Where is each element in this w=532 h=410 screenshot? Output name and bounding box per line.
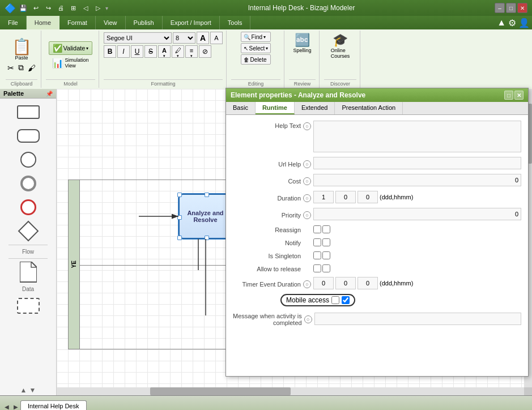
font-color-button[interactable]: A ▾ — [158, 45, 171, 58]
tab-export-import[interactable]: Export / Import — [163, 16, 220, 29]
bottom-tab-internal-help-desk[interactable]: Internal Help Desk — [20, 400, 87, 410]
palette-pin-icon[interactable]: 📌 — [46, 91, 53, 97]
palette-item-rectangle[interactable] — [14, 102, 42, 122]
timer-hours[interactable] — [335, 277, 356, 289]
online-courses-button[interactable]: 🎓 OnlineCourses — [329, 32, 352, 60]
find-dropdown-icon[interactable]: ▾ — [263, 35, 266, 40]
props-tab-basic[interactable]: Basic — [226, 102, 256, 114]
paste-button[interactable]: 📋 Paste — [9, 38, 34, 62]
duration-days[interactable] — [313, 191, 334, 203]
quick-redo[interactable]: ↪ — [43, 3, 53, 13]
align-button[interactable]: ≡ ▾ — [185, 45, 198, 58]
tab-view[interactable]: View — [96, 16, 126, 29]
allow-release-checkbox-1[interactable] — [313, 264, 321, 272]
is-singleton-checkbox-2[interactable] — [322, 251, 330, 259]
props-resize-button[interactable]: □ — [504, 91, 513, 100]
help-text-help-icon[interactable]: ○ — [303, 122, 311, 130]
palette-item-gateway[interactable] — [14, 221, 42, 241]
palette-item-rounded-task[interactable] — [14, 126, 42, 146]
bold-button[interactable]: B — [104, 45, 116, 58]
font-family-select[interactable]: Segoe UI — [104, 32, 172, 44]
palette-item-intermediate-event[interactable] — [14, 173, 42, 194]
timer-days[interactable] — [313, 277, 334, 289]
tab-format[interactable]: Format — [59, 16, 96, 29]
cut-button[interactable]: ✂ — [6, 62, 16, 73]
duration-help-icon[interactable]: ○ — [303, 194, 311, 202]
font-color-dropdown-icon[interactable]: ▾ — [163, 54, 165, 58]
spelling-button[interactable]: 🔤 Spelling — [291, 32, 313, 54]
mobile-access-checkbox-2[interactable] — [342, 296, 350, 304]
strikethrough-button[interactable]: S — [144, 45, 157, 58]
highlight-dropdown-icon[interactable]: ▾ — [177, 54, 179, 58]
reassign-checkbox-2[interactable] — [322, 225, 330, 233]
handle-ml[interactable] — [177, 215, 182, 220]
align-dropdown-icon[interactable]: ▾ — [190, 54, 193, 58]
props-tab-extended[interactable]: Extended — [295, 102, 335, 114]
italic-button[interactable]: I — [117, 45, 130, 58]
duration-hours[interactable] — [335, 191, 356, 203]
url-help-help-icon[interactable]: ○ — [303, 160, 311, 168]
quick-prev[interactable]: ◁ — [80, 3, 91, 13]
notify-checkbox-1[interactable] — [313, 238, 321, 246]
palette-item-start-event[interactable] — [14, 150, 42, 170]
quick-print[interactable]: 🖨 — [56, 3, 66, 13]
ribbon-settings-icon[interactable]: ⚙ — [508, 18, 516, 28]
palette-item-data[interactable] — [14, 262, 42, 283]
find-button[interactable]: 🔍 Find ▾ — [241, 32, 271, 42]
duration-minutes[interactable] — [357, 191, 378, 203]
handle-tl[interactable] — [177, 193, 182, 197]
select-dropdown-icon[interactable]: ▾ — [266, 46, 268, 51]
handle-bm[interactable] — [205, 236, 209, 240]
tab-publish[interactable]: Publish — [126, 16, 163, 29]
reassign-checkbox-1[interactable] — [313, 225, 321, 233]
message-help-icon[interactable]: ○ — [304, 315, 312, 323]
help-text-input[interactable] — [313, 121, 521, 152]
allow-release-checkbox-2[interactable] — [322, 264, 330, 272]
props-close-button[interactable]: ✕ — [514, 91, 524, 100]
ribbon-collapse-icon[interactable]: ▲ — [497, 18, 506, 28]
font-shrink-button[interactable]: A — [210, 32, 223, 44]
validate-button[interactable]: ✅ Validate ▾ — [49, 41, 93, 55]
timer-minutes[interactable] — [357, 277, 378, 289]
tab-nav-left[interactable]: ◀ — [2, 402, 11, 410]
h-scrollbar[interactable] — [57, 387, 524, 395]
cost-input[interactable] — [313, 174, 521, 186]
quick-new[interactable]: ⊞ — [68, 3, 78, 13]
palette-scroll-up[interactable]: ▲ — [20, 386, 27, 394]
notify-checkbox-2[interactable] — [322, 238, 330, 246]
maximize-button[interactable]: □ — [506, 3, 516, 13]
palette-item-dashed[interactable] — [14, 296, 42, 316]
tab-file[interactable]: File — [0, 16, 27, 29]
palette-scroll-down[interactable]: ▼ — [29, 386, 36, 394]
tab-tools[interactable]: Tools — [220, 16, 251, 29]
h-scroll-thumb[interactable] — [150, 387, 291, 395]
task-analyze-resolve[interactable]: Analyze and Resolve — [178, 194, 232, 239]
validate-dropdown-icon[interactable]: ▾ — [86, 46, 88, 51]
url-help-input[interactable] — [313, 157, 521, 169]
delete-button[interactable]: 🗑 Delete — [241, 54, 271, 65]
close-button[interactable]: ✕ — [517, 3, 527, 13]
select-button[interactable]: ↖ Select ▾ — [241, 43, 271, 53]
simulation-view-button[interactable]: 📊 SimulationView — [50, 56, 91, 70]
props-tab-runtime[interactable]: Runtime — [256, 102, 295, 114]
message-input[interactable] — [314, 313, 521, 325]
priority-help-icon[interactable]: ○ — [303, 211, 311, 219]
highlight-color-button[interactable]: 🖊 ▾ — [172, 45, 184, 58]
quick-next[interactable]: ▷ — [93, 3, 103, 13]
handle-tm[interactable] — [205, 193, 209, 197]
format-painter-button[interactable]: 🖌 — [26, 62, 37, 73]
quick-undo[interactable]: ↩ — [31, 3, 41, 13]
palette-item-end-event[interactable] — [14, 197, 42, 217]
tab-home[interactable]: Home — [27, 16, 59, 29]
font-grow-button[interactable]: A — [197, 32, 209, 44]
timer-help-icon[interactable]: ○ — [303, 280, 311, 288]
quick-save[interactable]: 💾 — [18, 3, 28, 13]
tab-nav-right[interactable]: ▶ — [11, 402, 20, 410]
copy-button[interactable]: ⧉ — [16, 62, 25, 73]
ribbon-user-icon[interactable]: 👤 — [518, 18, 530, 28]
props-tab-presentation-action[interactable]: Presentation Action — [335, 102, 403, 114]
underline-button[interactable]: U — [131, 45, 143, 58]
clear-format-button[interactable]: ⊘ — [199, 45, 211, 58]
handle-bl[interactable] — [177, 236, 182, 240]
mobile-access-checkbox-1[interactable] — [331, 296, 339, 304]
